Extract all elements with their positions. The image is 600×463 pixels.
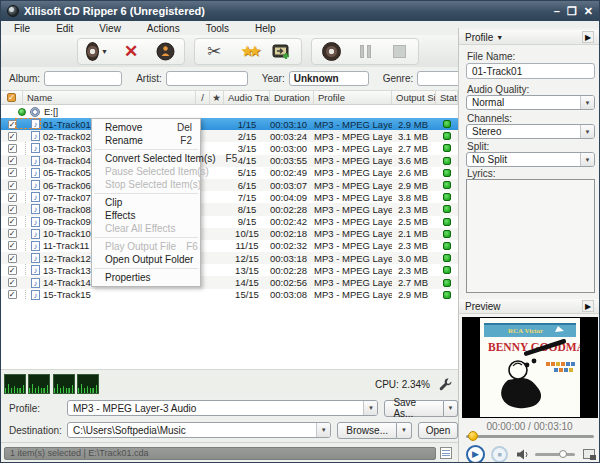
maximize-button[interactable]: ❐: [567, 2, 577, 20]
load-cd-button[interactable]: ▼: [86, 40, 108, 62]
chevron-down-icon[interactable]: ▼: [316, 423, 330, 437]
artist-input[interactable]: [166, 71, 248, 86]
row-checkbox-cell[interactable]: ✓: [1, 266, 23, 275]
save-as-dropdown[interactable]: ▼: [444, 400, 458, 417]
row-checkbox-cell[interactable]: ✓: [1, 229, 23, 238]
row-checkbox-cell[interactable]: ✓: [1, 278, 23, 287]
table-row[interactable]: ✓ ♪ 07-Track07 7/15 00:04:09 MP3 - MPEG …: [1, 191, 458, 203]
volume-icon[interactable]: [517, 449, 530, 460]
row-checkbox-cell[interactable]: ✓: [1, 193, 23, 202]
row-checkbox-cell[interactable]: ✓: [1, 217, 23, 226]
stop-playback-button[interactable]: ■: [491, 446, 508, 463]
context-menu-item-clip[interactable]: Clip: [92, 196, 200, 209]
row-checkbox-cell[interactable]: ✓: [1, 205, 23, 214]
header-slash[interactable]: /: [196, 91, 210, 104]
chevron-down-icon[interactable]: ▼: [363, 401, 377, 415]
table-row[interactable]: ✓ ♪ 09-Track09 9/15 00:02:42 MP3 - MPEG …: [1, 216, 458, 228]
table-row[interactable]: ✓ ♪ 11-Track11 11/15 00:02:32 MP3 - MPEG…: [1, 240, 458, 252]
file-name-input[interactable]: [466, 63, 595, 79]
menu-actions[interactable]: Actions: [134, 23, 193, 34]
header-profile[interactable]: Profile: [314, 91, 392, 104]
wrench-icon[interactable]: [438, 377, 452, 391]
rip-button[interactable]: [320, 40, 342, 62]
menu-view[interactable]: View: [86, 23, 134, 34]
save-as-button[interactable]: Save As...: [384, 400, 444, 417]
volume-knob[interactable]: [559, 450, 567, 458]
table-row[interactable]: ✓ ♪ 10-Track10 10/15 00:02:18 MP3 - MPEG…: [1, 228, 458, 240]
snapshot-icon[interactable]: [583, 449, 595, 459]
table-row[interactable]: ✓ ♪ 08-Track08 8/15 00:02:28 MP3 - MPEG …: [1, 203, 458, 215]
table-row[interactable]: ✓ ♪ 12-Track12 12/15 00:03:18 MP3 - MPEG…: [1, 252, 458, 264]
context-menu-item-rename[interactable]: RenameF2: [92, 134, 200, 147]
header-duration[interactable]: Duration: [270, 91, 314, 104]
table-row[interactable]: ✓ ♪ 14-Track14 14/15 00:02:56 MP3 - MPEG…: [1, 276, 458, 288]
chevron-down-icon[interactable]: ▼: [580, 153, 594, 166]
header-name[interactable]: Name: [23, 91, 196, 104]
pause-button[interactable]: [354, 40, 376, 62]
table-row[interactable]: ✓ ♪ 05-Track05 5/15 00:02:49 MP3 - MPEG …: [1, 167, 458, 179]
context-menu-item-convert-selected-item-s[interactable]: Convert Selected Item(s)F5: [92, 152, 200, 165]
drive-led-icon: [18, 108, 26, 116]
browse-button[interactable]: Browse...: [337, 422, 397, 439]
table-row[interactable]: ✓ ♪ 06-Track06 6/15 00:03:07 MP3 - MPEG …: [1, 179, 458, 191]
cpu-usage: CPU: 2.34%: [375, 379, 430, 390]
row-checkbox-cell[interactable]: ✓: [1, 181, 23, 190]
stop-button[interactable]: [388, 40, 410, 62]
seek-bar[interactable]: [466, 435, 594, 438]
split-select[interactable]: No Split ▼: [466, 152, 595, 167]
seek-knob[interactable]: [468, 431, 478, 441]
properties-button[interactable]: [154, 40, 176, 62]
row-checkbox-cell[interactable]: ✓: [1, 156, 23, 165]
destination-combo[interactable]: C:\Users\Softpedia\Music ▼: [67, 422, 331, 438]
context-menu-item-effects[interactable]: Effects: [92, 209, 200, 222]
chevron-down-icon[interactable]: ▼: [580, 125, 594, 138]
row-checkbox-cell[interactable]: ✓: [1, 168, 23, 177]
row-checkbox-cell[interactable]: ✓: [1, 144, 23, 153]
drive-row[interactable]: E:[]: [1, 105, 458, 118]
row-checkbox-cell[interactable]: ✓: [1, 290, 23, 299]
header-star[interactable]: ★: [210, 91, 224, 104]
menu-tools[interactable]: Tools: [193, 23, 242, 34]
header-status[interactable]: Status: [436, 91, 458, 104]
browse-dropdown[interactable]: ▼: [397, 422, 412, 439]
row-checkbox-cell[interactable]: ✓: [1, 241, 23, 250]
close-button[interactable]: ✕: [584, 2, 593, 20]
context-menu-item-properties[interactable]: Properties: [92, 271, 200, 284]
table-row[interactable]: ✓ ♪ 01-Track01 1/15 00:03:10 MP3 - MPEG …: [1, 118, 458, 130]
context-menu-item-open-output-folder[interactable]: Open Output Folder: [92, 253, 200, 266]
panel-collapse-button[interactable]: ▶: [582, 300, 594, 312]
clip-button[interactable]: ✂: [203, 40, 225, 62]
table-row[interactable]: ✓ ♪ 13-Track13 13/15 00:02:28 MP3 - MPEG…: [1, 264, 458, 276]
header-output-size[interactable]: Output Size: [392, 91, 436, 104]
log-icon[interactable]: [440, 447, 452, 459]
header-checkbox-cell[interactable]: ✓: [1, 91, 23, 104]
profile-combo[interactable]: MP3 - MPEG Layer-3 Audio ▼: [67, 400, 378, 416]
table-row[interactable]: ✓ ♪ 15-Track15 15/15 00:03:08 MP3 - MPEG…: [1, 289, 458, 301]
channels-select[interactable]: Stereo ▼: [466, 124, 595, 139]
profile-panel-header[interactable]: Profile ▼ ▶: [459, 30, 600, 45]
status-dot-icon: [443, 254, 451, 262]
volume-slider[interactable]: [535, 453, 575, 456]
title-bar[interactable]: Xilisoft CD Ripper 6 (Unregistered) – ❐ …: [1, 1, 599, 21]
open-button[interactable]: Open: [418, 422, 458, 439]
menu-file[interactable]: File: [1, 23, 43, 34]
audio-quality-select[interactable]: Normal ▼: [466, 95, 595, 110]
menu-edit[interactable]: Edit: [43, 23, 86, 34]
chevron-down-icon[interactable]: ▼: [580, 96, 594, 109]
play-button[interactable]: ▶: [466, 445, 485, 463]
effects-button[interactable]: ★★: [237, 40, 259, 62]
panel-collapse-button[interactable]: ▶: [582, 31, 594, 43]
remove-button[interactable]: ✕: [120, 40, 142, 62]
minimize-button[interactable]: –: [554, 2, 560, 20]
header-audio-track[interactable]: Audio Track: [224, 91, 270, 104]
row-checkbox-cell[interactable]: ✓: [1, 132, 23, 141]
year-input[interactable]: [289, 71, 369, 86]
lyrics-textarea[interactable]: [466, 179, 595, 293]
menu-help[interactable]: Help: [242, 23, 289, 34]
table-row[interactable]: ✓ ♪ 02-Track02 2/15 00:03:24 MP3 - MPEG …: [1, 130, 458, 142]
row-checkbox-cell[interactable]: ✓: [1, 254, 23, 263]
album-input[interactable]: [44, 71, 122, 86]
convert-button[interactable]: [271, 40, 293, 62]
preview-panel-header[interactable]: Preview ▶: [459, 299, 600, 314]
context-menu-item-remove[interactable]: RemoveDel: [92, 121, 200, 134]
